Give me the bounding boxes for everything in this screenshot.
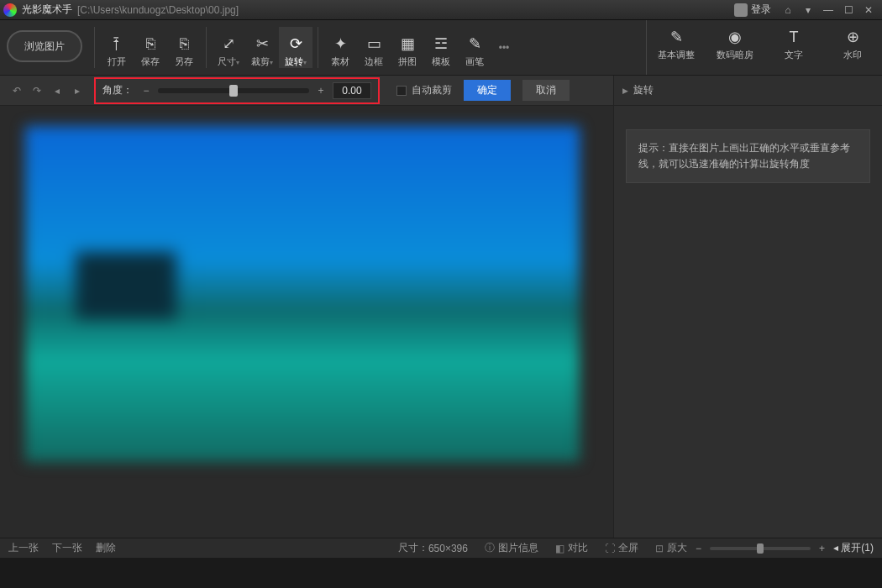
next-image-button[interactable]: 下一张 — [52, 541, 82, 555]
fullscreen-icon: ⛶ — [605, 543, 615, 554]
text-tab[interactable]: T 文字 — [764, 20, 823, 75]
main-area: ↶ ↷ ◂ ▸ 角度： − + 0.00 自动裁剪 确定 取消 ▶ 旋转 — [0, 76, 882, 538]
angle-label: 角度： — [102, 83, 133, 97]
undo-button[interactable]: ↶ — [8, 82, 25, 99]
autocrop-label: 自动裁剪 — [412, 83, 452, 97]
delete-image-button[interactable]: 删除 — [96, 541, 116, 555]
rotate-options-bar: ↶ ↷ ◂ ▸ 角度： − + 0.00 自动裁剪 确定 取消 — [0, 76, 613, 106]
redo-button[interactable]: ↷ — [29, 82, 45, 99]
compare-button[interactable]: ◧对比 — [555, 541, 588, 555]
fullscreen-button[interactable]: ⛶全屏 — [605, 541, 638, 555]
decorate-tools: ✦ 素材 ▭ 边框 ▦ 拼图 ☲ 模板 ✎ 画笔 ••• — [323, 20, 517, 75]
image-preview[interactable] — [25, 126, 580, 462]
resize-button[interactable]: ⤢ 尺寸▾ — [212, 27, 245, 68]
cancel-button[interactable]: 取消 — [522, 80, 570, 101]
close-button[interactable]: ✕ — [859, 3, 878, 18]
save-icon: ⎘ — [134, 34, 167, 54]
text-icon: T — [764, 27, 823, 47]
maximize-button[interactable]: ☐ — [839, 3, 858, 18]
tip-text: 提示：直接在图片上画出正确的水平或垂直参考线，就可以迅速准确的计算出旋转角度 — [638, 142, 850, 170]
confirm-button[interactable]: 确定 — [464, 80, 511, 101]
zoom-out-button[interactable]: − — [696, 543, 701, 554]
prev-image-button[interactable]: 上一张 — [8, 541, 39, 555]
frame-button[interactable]: ▭ 边框 — [357, 27, 391, 68]
rotate-button[interactable]: ⟳ 旋转▾ — [279, 27, 312, 68]
title-bar: 光影魔术手 [C:\Users\kunduogz\Desktop\00.jpg]… — [0, 0, 882, 20]
nav-right-button[interactable]: ▸ — [69, 82, 86, 99]
crop-icon: ✂ — [245, 34, 279, 54]
angle-increase-button[interactable]: + — [314, 85, 328, 97]
right-panel-tabs: ✎ 基本调整 ◉ 数码暗房 T 文字 ⊕ 水印 — [646, 20, 882, 75]
canvas[interactable]: ↶ ↷ ◂ ▸ 角度： − + 0.00 自动裁剪 确定 取消 — [0, 76, 613, 538]
basic-adjust-icon: ✎ — [647, 27, 706, 47]
collapse-triangle-icon: ▶ — [622, 87, 628, 95]
material-icon: ✦ — [323, 34, 357, 54]
original-icon: ⊡ — [655, 543, 664, 554]
rotate-icon: ⟳ — [279, 34, 312, 54]
open-icon: ⭱ — [100, 34, 134, 54]
angle-slider-thumb[interactable] — [229, 85, 238, 97]
more-tools-button[interactable]: ••• — [491, 42, 517, 54]
resize-icon: ⤢ — [212, 34, 245, 54]
watermark-icon: ⊕ — [823, 27, 882, 47]
frame-icon: ▭ — [357, 34, 391, 54]
zoom-in-button[interactable]: + — [819, 543, 825, 554]
compare-icon: ◧ — [555, 543, 564, 554]
crop-button[interactable]: ✂ 裁剪▾ — [245, 27, 279, 68]
template-button[interactable]: ☲ 模板 — [424, 27, 458, 68]
browse-images-button[interactable]: 浏览图片 — [7, 30, 82, 62]
image-size: 尺寸： 650×396 — [398, 541, 468, 555]
save-as-icon: ⎘ — [167, 34, 201, 54]
angle-slider[interactable] — [158, 88, 309, 93]
home-button[interactable]: ⌂ — [779, 3, 797, 18]
angle-value-input[interactable]: 0.00 — [333, 82, 371, 99]
edit-tools: ⤢ 尺寸▾ ✂ 裁剪▾ ⟳ 旋转▾ — [212, 20, 312, 75]
darkroom-tab[interactable]: ◉ 数码暗房 — [706, 20, 764, 75]
original-size-button[interactable]: ⊡原大 — [655, 541, 687, 555]
darkroom-icon: ◉ — [706, 27, 764, 47]
app-title: 光影魔术手 — [22, 3, 72, 17]
save-as-button[interactable]: ⎘ 另存 — [167, 27, 201, 68]
side-panel: ▶ 旋转 提示：直接在图片上画出正确的水平或垂直参考线，就可以迅速准确的计算出旋… — [613, 76, 882, 538]
settings-button[interactable]: ▾ — [799, 3, 817, 18]
login-button[interactable]: 登录 — [734, 3, 771, 17]
nav-left-button[interactable]: ◂ — [49, 82, 66, 99]
app-logo-icon — [3, 3, 17, 17]
brush-button[interactable]: ✎ 画笔 — [458, 27, 491, 68]
tip-box: 提示：直接在图片上画出正确的水平或垂直参考线，就可以迅速准确的计算出旋转角度 — [626, 129, 870, 183]
collage-icon: ▦ — [391, 34, 424, 54]
brush-icon: ✎ — [458, 34, 491, 54]
autocrop-checkbox[interactable] — [396, 86, 407, 96]
minimize-button[interactable]: — — [819, 3, 837, 18]
expand-panel-button[interactable]: ◂ 展开(1) — [833, 541, 874, 555]
open-button[interactable]: ⭱ 打开 — [100, 27, 134, 68]
zoom-slider-thumb[interactable] — [757, 543, 764, 554]
login-label: 登录 — [751, 3, 771, 17]
watermark-tab[interactable]: ⊕ 水印 — [823, 20, 882, 75]
main-toolbar: 浏览图片 ⭱ 打开 ⎘ 保存 ⎘ 另存 ⤢ 尺寸▾ ✂ 裁剪▾ ⟳ 旋转▾ — [0, 20, 882, 76]
basic-adjust-tab[interactable]: ✎ 基本调整 — [647, 20, 706, 75]
info-icon: ⓘ — [485, 541, 495, 555]
file-path: [C:\Users\kunduogz\Desktop\00.jpg] — [77, 4, 239, 16]
angle-decrease-button[interactable]: − — [139, 85, 153, 97]
side-panel-header[interactable]: ▶ 旋转 — [614, 76, 882, 106]
image-info-button[interactable]: ⓘ图片信息 — [485, 541, 538, 555]
status-bar: 上一张 下一张 删除 尺寸： 650×396 ⓘ图片信息 ◧对比 ⛶全屏 ⊡原大… — [0, 538, 882, 558]
template-icon: ☲ — [424, 34, 458, 54]
zoom-slider[interactable] — [710, 547, 811, 550]
angle-control-highlight: 角度： − + 0.00 — [94, 77, 380, 104]
side-panel-title: 旋转 — [633, 83, 654, 97]
user-avatar-icon — [734, 3, 748, 17]
material-button[interactable]: ✦ 素材 — [323, 27, 357, 68]
file-tools: ⭱ 打开 ⎘ 保存 ⎘ 另存 — [100, 20, 201, 75]
collage-button[interactable]: ▦ 拼图 — [391, 27, 424, 68]
save-button[interactable]: ⎘ 保存 — [134, 27, 167, 68]
